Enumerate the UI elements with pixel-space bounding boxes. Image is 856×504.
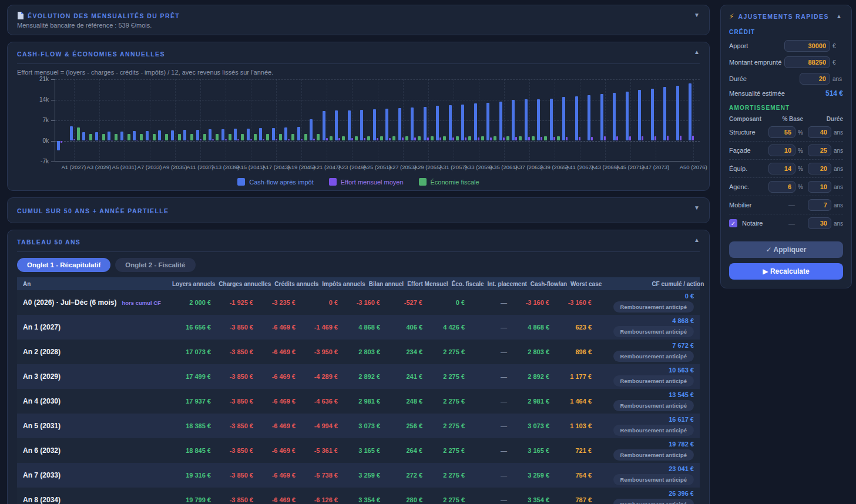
cell-impots: -5 738 € (299, 472, 338, 479)
remboursement-anticipe-button[interactable]: Remboursement anticipé (613, 499, 694, 504)
panel-cashflow-title: CASH-FLOW & ÉCONOMIES ANNUELLES (17, 51, 165, 58)
apport-input[interactable] (784, 40, 830, 52)
bar-cashflow (626, 92, 629, 141)
chevron-up-icon[interactable]: ▲ (836, 13, 842, 19)
remboursement-anticipe-button[interactable]: Remboursement anticipé (613, 474, 694, 485)
remboursement-anticipe-button[interactable]: Remboursement anticipé (613, 449, 694, 461)
panel-tableau-50-ans: TABLEAU 50 ANS ▲ Onglet 1 - Récapitulati… (7, 230, 710, 504)
bar-eco (317, 134, 320, 140)
lightning-icon: ⚡ (729, 12, 734, 21)
montant-input[interactable] (784, 56, 830, 68)
bar-eco (153, 134, 156, 140)
bar-eco (266, 134, 269, 140)
equip-pct-input[interactable] (768, 163, 795, 174)
facade-pct-input[interactable] (768, 145, 795, 156)
cell-eco: 2 275 € (426, 496, 465, 503)
agenc-pct-input[interactable] (768, 181, 795, 193)
bar-cashflow (385, 109, 388, 140)
remboursement-anticipe-button[interactable]: Remboursement anticipé (613, 400, 694, 411)
chevron-down-icon[interactable]: ▼ (694, 204, 700, 211)
cell-cf_an: 2 892 € (511, 373, 549, 380)
notaire-checkbox[interactable]: ✓ (729, 219, 737, 227)
table-row: A0 (2026) · Jul–Déc (6 mois)hors cumul C… (17, 290, 700, 315)
cell-credits: -6 469 € (257, 496, 296, 503)
bar-cashflow (221, 129, 224, 140)
cell-cf_an: 2 803 € (511, 348, 549, 355)
bar-cashflow (82, 132, 85, 140)
y-axis-label: -7k (41, 158, 49, 164)
cell-eco: 2 275 € (426, 348, 465, 355)
gridline (251, 79, 251, 161)
cell-effort: 264 € (384, 447, 422, 454)
mensualite-row: Mensualité estimée 514 € (729, 89, 843, 98)
table-row: An 4 (2030)17 937 €-3 850 €-6 469 €-4 63… (17, 389, 700, 414)
y-axis-label: 0k (42, 137, 49, 144)
cell-loyers: 19 799 € (172, 496, 211, 503)
cell-impots: -6 126 € (299, 496, 338, 503)
bar-effort (263, 139, 264, 140)
cell-cf_an: 3 354 € (511, 496, 549, 503)
gridline (150, 79, 150, 161)
panel-cashflow-chart: CASH-FLOW & ÉCONOMIES ANNUELLES ▲ Effort… (7, 42, 710, 191)
mobilier-years-input[interactable] (808, 199, 831, 211)
cell-int: — (468, 496, 507, 503)
table-row: An 7 (2033)19 316 €-3 850 €-6 469 €-5 73… (17, 463, 700, 488)
cell-worst: 787 € (553, 496, 592, 503)
cell-charges: -1 925 € (214, 299, 253, 306)
bar-effort (604, 136, 606, 140)
tab-recapitulatif[interactable]: Onglet 1 - Récapitulatif (17, 258, 110, 272)
montant-unit: € (832, 59, 843, 66)
bar-effort (616, 136, 618, 140)
bar-effort (338, 138, 340, 140)
remboursement-anticipe-button[interactable]: Remboursement anticipé (613, 301, 694, 313)
cell-bilan: 4 868 € (341, 324, 380, 331)
x-axis-label: A41 (2067) (566, 164, 593, 170)
bar-effort (667, 136, 669, 140)
remboursement-anticipe-button[interactable]: Remboursement anticipé (613, 375, 694, 387)
x-axis-label: A47 (2073) (642, 164, 669, 170)
bar-cashflow (461, 105, 464, 141)
remboursement-anticipe-button[interactable]: Remboursement anticipé (613, 326, 694, 337)
cell-loyers: 18 385 € (172, 422, 211, 429)
cell-charges: -3 850 € (214, 496, 253, 503)
cell-credits: -6 469 € (257, 447, 296, 454)
appliquer-button[interactable]: ✓ Appliquer (729, 241, 843, 258)
equip-years-input[interactable] (808, 163, 831, 174)
bar-cashflow (588, 95, 590, 140)
bar-cashflow (600, 94, 603, 140)
tab-fiscalite[interactable]: Onglet 2 - Fiscalité (115, 258, 195, 272)
apport-row: Apport € (729, 40, 843, 52)
cell-impots: -5 361 € (299, 447, 338, 454)
duree-input[interactable] (800, 73, 830, 85)
chevron-down-icon[interactable]: ▼ (694, 12, 700, 18)
remboursement-anticipe-button[interactable]: Remboursement anticipé (613, 351, 694, 362)
facade-years-input[interactable] (808, 145, 831, 156)
gridline (504, 79, 505, 161)
structure-years-input[interactable] (808, 126, 831, 138)
recalculate-button[interactable]: ▶ Recalculate (729, 263, 843, 280)
table-row: An 8 (2034)19 799 €-3 850 €-6 469 €-6 12… (17, 488, 700, 504)
bar-effort (276, 139, 277, 140)
bar-cashflow (183, 130, 186, 140)
cell-credits: -3 235 € (257, 299, 296, 306)
bar-cashflow (70, 126, 73, 140)
cell-credits: -6 469 € (257, 373, 296, 380)
cell-impots: -4 994 € (299, 422, 338, 429)
bar-cashflow (133, 131, 136, 140)
structure-pct-input[interactable] (768, 126, 795, 138)
chevron-up-icon[interactable]: ▲ (694, 237, 700, 243)
chevron-up-icon[interactable]: ▲ (694, 49, 700, 55)
bar-cashflow (499, 102, 502, 140)
amort-row-notaire: ✓ Notaire — ans (729, 214, 843, 232)
x-axis: A1 (2027)A3 (2029)A5 (2031)A7 (2033)A9 (… (55, 164, 700, 172)
table-row: An 6 (2032)18 845 €-3 850 €-6 469 €-5 36… (17, 438, 700, 463)
cell-cf_an: 3 073 € (511, 422, 549, 429)
notaire-years-input[interactable] (808, 217, 831, 229)
bar-eco (519, 136, 522, 140)
amort-row-facade: Façade % ans (729, 142, 843, 160)
y-axis: 21k14k7k0k-7k (17, 79, 55, 162)
cell-cf_an: 2 981 € (511, 398, 549, 405)
credit-section-title: CRÉDIT (729, 29, 843, 35)
agenc-years-input[interactable] (808, 181, 831, 193)
remboursement-anticipe-button[interactable]: Remboursement anticipé (613, 425, 694, 436)
